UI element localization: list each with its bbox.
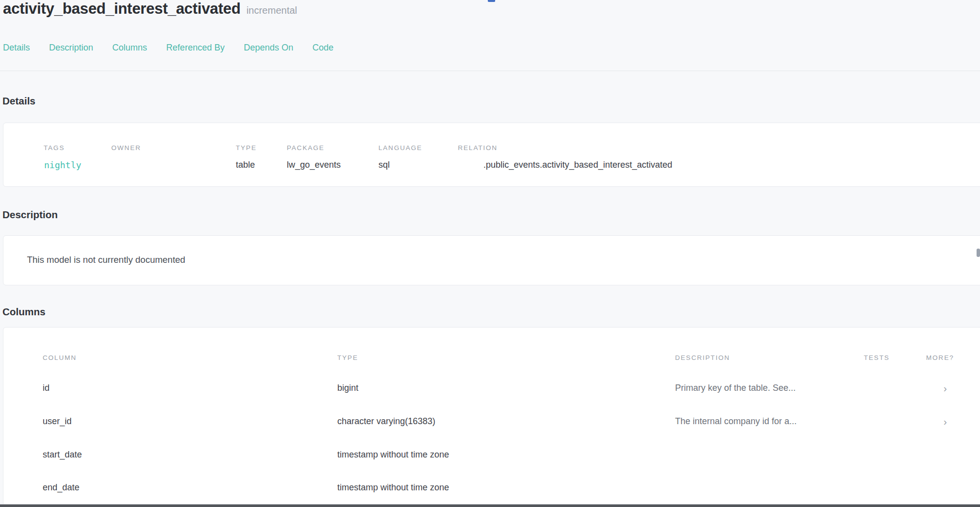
tags-label: TAGS — [44, 144, 65, 152]
language-label: LANGUAGE — [378, 144, 422, 152]
cell-column: start_date — [43, 450, 82, 460]
description-card: This model is not currently documented — [3, 235, 980, 285]
header: activity_based_interest_activatedincreme… — [3, 0, 297, 18]
cell-description: Primary key of the table. See... — [675, 383, 796, 393]
columns-card: COLUMN TYPE DESCRIPTION TESTS MORE? id b… — [3, 327, 980, 507]
tab-depends-on[interactable]: Depends On — [244, 43, 293, 53]
relation-label: RELATION — [458, 144, 498, 152]
chevron-right-icon[interactable]: › — [940, 416, 951, 427]
chevron-right-icon[interactable]: › — [940, 383, 951, 394]
details-section-heading: Details — [2, 95, 35, 107]
cell-type: bigint — [337, 383, 358, 393]
cell-type: character varying(16383) — [337, 416, 435, 427]
table-row[interactable]: end_date timestamp without time zone — [3, 482, 980, 502]
col-header-more: MORE? — [926, 354, 954, 361]
details-card: TAGS OWNER TYPE PACKAGE LANGUAGE RELATIO… — [3, 123, 980, 187]
anchor-nav: Details Description Columns Referenced B… — [3, 43, 333, 53]
window-edge — [0, 504, 980, 507]
model-docs-page: activity_based_interest_activatedincreme… — [0, 0, 980, 507]
package-value: lw_go_events — [287, 160, 341, 170]
col-header-type: TYPE — [337, 354, 358, 361]
tab-description[interactable]: Description — [49, 43, 93, 53]
cell-column: end_date — [43, 482, 79, 493]
cell-column: user_id — [43, 416, 72, 427]
divider — [0, 71, 980, 71]
cell-type: timestamp without time zone — [337, 450, 449, 460]
owner-label: OWNER — [111, 144, 141, 152]
description-section-heading: Description — [2, 209, 58, 221]
table-row[interactable]: user_id character varying(16383) The int… — [3, 416, 980, 436]
tab-referenced-by[interactable]: Referenced By — [166, 43, 225, 53]
scrollbar-thumb[interactable] — [977, 249, 980, 257]
page-title: activity_based_interest_activated — [3, 0, 241, 18]
cell-column: id — [43, 383, 50, 393]
cell-description: The internal company id for a... — [675, 416, 797, 427]
cutoff-link-fragment — [488, 0, 495, 2]
language-value: sql — [378, 160, 390, 170]
tag-nightly-link[interactable]: nightly — [44, 160, 81, 170]
tab-columns[interactable]: Columns — [112, 43, 147, 53]
columns-section-heading: Columns — [2, 306, 46, 318]
package-label: PACKAGE — [287, 144, 325, 152]
col-header-column: COLUMN — [43, 354, 76, 361]
type-value: table — [236, 160, 255, 170]
table-row[interactable]: start_date timestamp without time zone — [3, 450, 980, 469]
table-row[interactable]: id bigint Primary key of the table. See.… — [3, 383, 980, 403]
materialization-badge: incremental — [247, 5, 297, 16]
cell-type: timestamp without time zone — [337, 482, 449, 493]
description-text: This model is not currently documented — [27, 254, 185, 265]
relation-value: .public_events.activity_based_interest_a… — [483, 160, 672, 170]
col-header-tests: TESTS — [864, 354, 890, 361]
tab-details[interactable]: Details — [3, 43, 30, 53]
col-header-description: DESCRIPTION — [675, 354, 730, 361]
type-label: TYPE — [236, 144, 256, 152]
tab-code[interactable]: Code — [312, 43, 333, 53]
